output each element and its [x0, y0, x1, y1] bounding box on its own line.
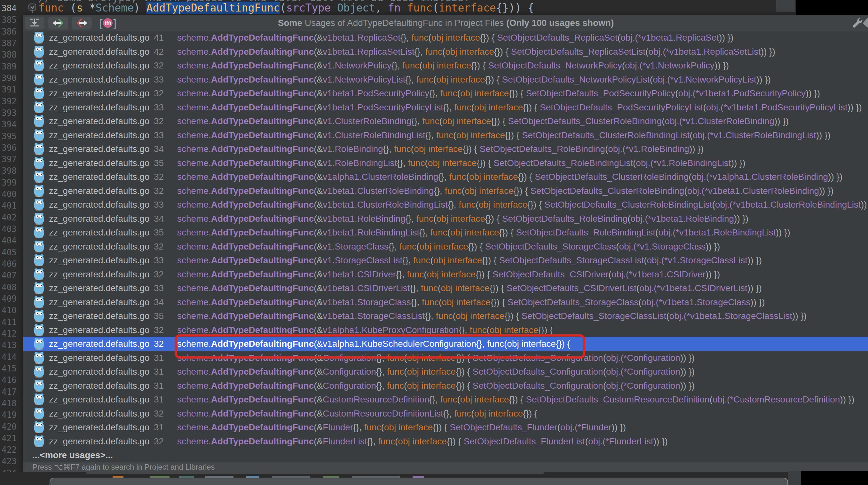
snippet-segment: {}	[389, 242, 395, 251]
usage-row[interactable]: zz_generated.defaults.go35scheme.AddType…	[23, 225, 868, 240]
snippet-segment: obj interface	[450, 228, 499, 237]
snippet-segment: obj.(*	[713, 394, 733, 404]
go-file-icon	[34, 185, 44, 197]
usage-row[interactable]: zz_generated.defaults.go32scheme.AddType…	[23, 240, 868, 254]
go-file-icon	[34, 337, 44, 350]
gutter-line-number: 400	[0, 188, 17, 200]
usage-row[interactable]: zz_generated.defaults.go32scheme.AddType…	[23, 86, 868, 100]
usage-row[interactable]: zz_generated.defaults.go32scheme.AddType…	[23, 59, 868, 72]
usage-row[interactable]: zz_generated.defaults.go32scheme.AddType…	[23, 434, 868, 449]
snippet-segment: )) })	[612, 422, 626, 432]
usage-row[interactable]: zz_generated.defaults.go32scheme.AddType…	[23, 184, 868, 198]
usage-line-number: 32	[154, 59, 164, 72]
usage-row[interactable]: zz_generated.defaults.go34scheme.AddType…	[23, 295, 868, 309]
snippet-segment: SetObjectDefaults_Configuration	[473, 353, 603, 363]
go-file-icon	[34, 73, 44, 85]
more-usages-row[interactable]: ...<more usages>...	[23, 448, 868, 462]
gutter-line-number: 399	[0, 177, 17, 188]
usage-row[interactable]: zz_generated.defaults.go35scheme.AddType…	[23, 156, 868, 170]
snippet-segment: v1beta1.RoleBindingList	[323, 228, 419, 237]
usage-row[interactable]: zz_generated.defaults.go33scheme.AddType…	[23, 72, 868, 87]
usage-row[interactable]: zz_generated.defaults.go31scheme.AddType…	[23, 351, 868, 365]
usage-row[interactable]: zz_generated.defaults.go32scheme.AddType…	[23, 268, 868, 281]
snippet-segment: (&	[314, 47, 323, 57]
snippet-segment: obj.(*	[619, 242, 640, 251]
previous-occurrence-button[interactable]	[48, 17, 68, 29]
bottom-right-divider	[788, 471, 801, 485]
snippet-segment: obj.(*	[606, 381, 627, 391]
snippet-segment: (	[504, 339, 507, 349]
usage-row[interactable]: zz_generated.defaults.go31scheme.AddType…	[23, 379, 868, 393]
clipped-edge-icon[interactable]	[863, 17, 868, 28]
gutter-line-number: 415	[0, 363, 17, 374]
snippet-segment: v1beta1.StorageClass	[662, 297, 751, 307]
snippet-segment: v1.StorageClass	[323, 242, 388, 251]
go-file-icon	[34, 407, 44, 419]
snippet-segment: obj.(*	[653, 74, 674, 85]
snippet-segment: (	[439, 116, 442, 126]
usage-row[interactable]: zz_generated.defaults.go31scheme.AddType…	[23, 420, 868, 434]
gutter-line-number: 401	[0, 200, 17, 211]
usage-row[interactable]: zz_generated.defaults.go42scheme.AddType…	[23, 45, 868, 59]
editor-code-line[interactable]: func (s *Scheme) AddTypeDefaultingFunc(s…	[38, 2, 534, 14]
snippet-segment: ,	[408, 255, 411, 265]
snippet-segment: ,	[435, 394, 438, 404]
snippet-segment: (	[457, 88, 460, 98]
usage-row-selected[interactable]: zz_generated.defaults.go32scheme.AddType…	[23, 337, 868, 351]
snippet-segment: obj.(*	[715, 200, 736, 210]
usage-row[interactable]: zz_generated.defaults.go31scheme.AddType…	[23, 393, 868, 406]
snippet-segment: v1beta1.ClusterRoleBinding	[323, 186, 434, 196]
open-in-toolwindow-button[interactable]	[25, 17, 44, 29]
snippet-segment: SetObjectDefaults_CSIDriver	[493, 269, 609, 279]
snippet-segment: obj interface	[460, 394, 509, 404]
usage-row[interactable]: zz_generated.defaults.go32scheme.AddType…	[23, 114, 868, 128]
snippet-segment: AddTypeDefaultingFunc	[211, 88, 314, 98]
usage-row[interactable]: zz_generated.defaults.go32scheme.AddType…	[23, 323, 868, 337]
usage-row[interactable]: zz_generated.defaults.go32scheme.AddType…	[23, 170, 868, 184]
snippet-segment: ) {	[482, 269, 493, 279]
snippet-segment: (	[710, 394, 713, 404]
gutter-line-number: 420	[0, 421, 17, 432]
snippet-segment: SetObjectDefaults_RoleBinding	[480, 144, 605, 154]
usage-row[interactable]: zz_generated.defaults.go41scheme.AddType…	[23, 31, 868, 45]
gutter-line-number: 389	[0, 61, 17, 72]
snippet-segment: scheme.	[177, 158, 211, 168]
snippet-segment: ,	[402, 269, 405, 279]
snippet-segment: obj.(*	[648, 47, 669, 57]
snippet-segment: scheme.	[177, 60, 211, 70]
usage-line-number: 32	[154, 86, 164, 100]
usage-row[interactable]: zz_generated.defaults.go33scheme.AddType…	[23, 128, 868, 142]
snippet-segment: v1beta1.RoleBindingList	[679, 228, 776, 237]
snippet-segment: {}	[411, 116, 417, 126]
go-file-icon	[34, 407, 44, 419]
usage-row[interactable]: zz_generated.defaults.go32scheme.AddType…	[23, 406, 868, 421]
usage-row[interactable]: zz_generated.defaults.go35scheme.AddType…	[23, 309, 868, 323]
title-bold-prefix: Some	[278, 18, 302, 28]
usage-row[interactable]: zz_generated.defaults.go33scheme.AddType…	[23, 253, 868, 268]
snippet-segment: ) {	[439, 422, 450, 432]
usage-row[interactable]: zz_generated.defaults.go33scheme.AddType…	[23, 100, 868, 115]
usage-row[interactable]: zz_generated.defaults.go33scheme.AddType…	[23, 198, 868, 212]
popup-toolbar: [ m ]	[25, 17, 116, 29]
fold-marker-icon[interactable]	[28, 3, 36, 13]
go-file-icon	[34, 129, 44, 141]
next-occurrence-button[interactable]	[72, 17, 92, 29]
settings-wrench-button[interactable]	[852, 17, 863, 29]
snippet-segment: CustomResourceDefinitionList	[323, 408, 443, 419]
snippet-segment: (&	[314, 408, 323, 419]
usage-row[interactable]: zz_generated.defaults.go34scheme.AddType…	[23, 212, 868, 226]
horizontal-scrollbar[interactable]	[50, 478, 788, 485]
usage-row[interactable]: zz_generated.defaults.go34scheme.AddType…	[23, 142, 868, 156]
usage-row[interactable]: zz_generated.defaults.go31scheme.AddType…	[23, 365, 868, 379]
snippet-segment: {}	[538, 325, 544, 335]
snippet-segment: scheme.	[177, 408, 211, 419]
wrench-icon	[852, 17, 863, 29]
snippet-segment: AddTypeDefaultingFunc	[211, 116, 314, 126]
usage-row[interactable]: zz_generated.defaults.go33scheme.AddType…	[23, 281, 868, 295]
gutter-line-number: 387	[0, 37, 17, 49]
snippet-segment: (&	[314, 339, 323, 349]
snippet-segment: AddTypeDefaultingFunc	[211, 353, 314, 363]
snippet-segment: obj.(*	[608, 144, 629, 154]
snippet-segment: ) {	[453, 436, 464, 446]
snippet-segment: AddTypeDefaultingFunc	[211, 102, 314, 112]
